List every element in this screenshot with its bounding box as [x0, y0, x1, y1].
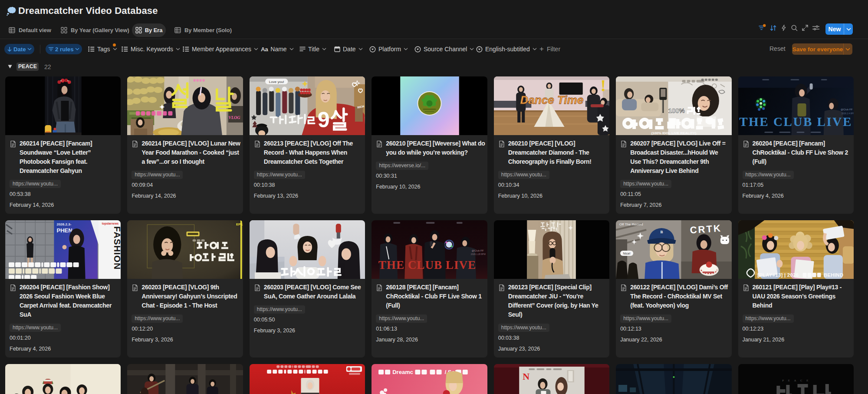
svg-text:BEHIND: BEHIND — [823, 272, 843, 278]
svg-text:100%: 100% — [668, 107, 685, 114]
svg-text:B: B — [661, 230, 663, 234]
svg-text:(100% IDOL LIVE REALITY): (100% IDOL LIVE REALITY) — [651, 131, 697, 135]
svg-text:N: N — [523, 371, 529, 382]
svg-text:Nice!: Nice! — [623, 252, 631, 255]
svg-text:Love you!: Love you! — [269, 80, 284, 84]
svg-text:Dreamc: Dreamc — [392, 369, 413, 375]
svg-text:Off The Record: Off The Record — [619, 222, 643, 226]
svg-text:topstarnews: topstarnews — [102, 222, 119, 225]
svg-text:9: 9 — [318, 108, 330, 132]
svg-text:@Club FF: @Club FF — [840, 108, 852, 111]
svg-text:VLOG: VLOG — [229, 115, 241, 120]
svg-text:@Club FF: @Club FF — [472, 249, 484, 252]
svg-text:EP1: EP1 — [236, 222, 243, 226]
svg-text:P E A C E: P E A C E — [782, 379, 810, 382]
svg-text:[PLAY#13] | 2026: [PLAY#13] | 2026 — [757, 272, 799, 278]
svg-text:2026.1.28 8PM: 2026.1.28 8PM — [471, 253, 486, 255]
svg-text:2026.2.3-: 2026.2.3- — [56, 222, 71, 226]
svg-text:THE CLUB LIVE: THE CLUB LIVE — [739, 115, 852, 129]
svg-text:FASHION: FASHION — [112, 226, 121, 270]
svg-text:!: ! — [600, 76, 606, 95]
svg-text:CRTK: CRTK — [690, 223, 722, 236]
svg-text:THE CLUB LIVE: THE CLUB LIVE — [378, 258, 476, 271]
svg-text:2026.2.4 8PM: 2026.2.4 8PM — [841, 112, 854, 115]
svg-text:Dance Time: Dance Time — [520, 93, 583, 106]
svg-text:PHEN: PHEN — [56, 227, 72, 234]
